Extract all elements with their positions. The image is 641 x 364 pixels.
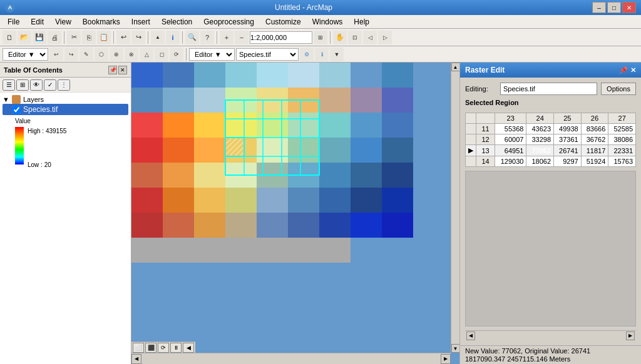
cell-14-26[interactable]: 51924 <box>581 156 608 167</box>
menu-file[interactable]: File <box>3 16 24 28</box>
table-scroll-right[interactable]: ▶ <box>626 331 635 340</box>
raster-pin-button[interactable]: 📌 <box>619 66 628 74</box>
menu-windows[interactable]: Windows <box>307 16 348 28</box>
edit-tool2[interactable]: ↪ <box>64 48 78 61</box>
toc-group-header[interactable]: ▼ Layers <box>3 95 128 104</box>
cell-11-25[interactable]: 49938 <box>554 124 582 134</box>
edit-tool1[interactable]: ↩ <box>49 48 63 61</box>
scroll-right-button[interactable]: ▶ <box>441 354 451 364</box>
close-button[interactable]: ✕ <box>622 2 636 13</box>
toc-title: Table Of Contents <box>4 66 63 74</box>
cell-12-27[interactable]: 38086 <box>608 134 636 145</box>
toc-tool-selection[interactable]: ✓ <box>44 79 56 91</box>
edit-tool6[interactable]: ⊗ <box>125 48 138 61</box>
table-scrollbar[interactable]: ◀ ▶ <box>465 330 636 340</box>
raster-settings-button[interactable]: ⚙ <box>300 48 314 61</box>
scroll-up-button[interactable]: ▲ <box>451 63 460 71</box>
zoom-next-button[interactable]: ▷ <box>378 31 392 44</box>
cell-11-26[interactable]: 83666 <box>581 124 608 134</box>
find-button[interactable]: 🔍 <box>185 31 199 44</box>
toc-tool-visibility[interactable]: 👁 <box>30 79 43 91</box>
map-scrollbar-horizontal[interactable]: ◀ ▶ <box>131 353 451 364</box>
cut-button[interactable]: ✂ <box>67 31 81 44</box>
edit-tool5[interactable]: ⊕ <box>110 48 123 61</box>
edit-tool8[interactable]: ◻ <box>155 48 168 61</box>
map-scrollbar-vertical[interactable]: ▲ ▼ <box>451 63 459 353</box>
cell-11-24[interactable]: 43623 <box>526 124 554 134</box>
cell-11-23[interactable]: 55368 <box>495 124 526 134</box>
cell-14-25[interactable]: 9297 <box>554 156 582 167</box>
toc-tool-options[interactable]: ⋮ <box>58 79 70 91</box>
scroll-left-button[interactable]: ◀ <box>131 354 141 364</box>
paste-button[interactable]: 📋 <box>97 31 111 44</box>
save-button[interactable]: 💾 <box>33 31 46 44</box>
edit-tool7[interactable]: △ <box>140 48 153 61</box>
cell-12-26[interactable]: 36762 <box>581 134 608 145</box>
menu-bookmarks[interactable]: Bookmarks <box>78 16 125 28</box>
toc-close-button[interactable]: ✕ <box>118 66 127 74</box>
menu-view[interactable]: View <box>50 16 76 28</box>
toc-pin-button[interactable]: 📌 <box>108 66 117 74</box>
zoom-prev-button[interactable]: ◁ <box>363 31 377 44</box>
open-button[interactable]: 📂 <box>18 31 31 44</box>
cell-14-24[interactable]: 18062 <box>526 156 554 167</box>
toc-layer-species[interactable]: Species.tif <box>3 104 128 115</box>
cell-13-25[interactable]: 26741 <box>554 145 582 156</box>
cell-12-23[interactable]: 60007 <box>495 134 526 145</box>
edit-tool4[interactable]: ⬡ <box>95 48 108 61</box>
minimize-button[interactable]: – <box>592 2 606 13</box>
cell-13-26[interactable]: 11817 <box>581 145 608 156</box>
menu-insert[interactable]: Insert <box>126 16 155 28</box>
cell-14-23[interactable]: 129030 <box>495 156 526 167</box>
redo-button[interactable]: ↪ <box>131 31 145 44</box>
raster-extra-button[interactable]: ▼ <box>330 48 344 61</box>
identify-button[interactable]: ? <box>200 31 214 44</box>
menu-customize[interactable]: Customize <box>260 16 306 28</box>
edit-tool3[interactable]: ✎ <box>79 48 93 61</box>
pan-button[interactable]: ✋ <box>333 31 347 44</box>
map-nav-prev[interactable]: ◀ <box>183 343 194 353</box>
zoom-out-button[interactable]: − <box>235 31 249 44</box>
options-button[interactable]: Options <box>601 83 636 95</box>
select-button[interactable]: ▲ <box>151 31 165 44</box>
restore-button[interactable]: □ <box>607 2 621 13</box>
cell-11-27[interactable]: 52585 <box>608 124 636 134</box>
new-button[interactable]: 🗋 <box>3 31 16 44</box>
map-nav-data[interactable]: ⬛ <box>145 343 156 353</box>
copy-button[interactable]: ⎘ <box>82 31 96 44</box>
raster-info-button[interactable]: ℹ <box>315 48 329 61</box>
menu-help[interactable]: Help <box>349 16 374 28</box>
table-scroll-left[interactable]: ◀ <box>466 331 475 340</box>
cell-13-23[interactable]: 64951 <box>495 145 526 156</box>
layer-checkbox[interactable] <box>13 106 21 114</box>
editing-input[interactable]: Species.tif <box>500 83 597 95</box>
zoom-input[interactable]: 1:2,000,000 <box>250 31 312 44</box>
zoom-full-button[interactable]: ⊡ <box>348 31 362 44</box>
zoom-fixed-button[interactable]: ⊞ <box>314 31 327 44</box>
zoom-in-button[interactable]: + <box>220 31 233 44</box>
menu-geoprocessing[interactable]: Geoprocessing <box>198 16 259 28</box>
print-button[interactable]: 🖨 <box>48 31 61 44</box>
cell-14-27[interactable]: 15763 <box>608 156 636 167</box>
cell-12-25[interactable]: 37361 <box>554 134 582 145</box>
info-button[interactable]: i <box>166 31 180 44</box>
cell-13-24-highlighted[interactable]: 77062 <box>526 145 554 156</box>
edit-tool9[interactable]: ⟳ <box>170 48 183 61</box>
scroll-down-button[interactable]: ▼ <box>451 344 460 353</box>
editor-dropdown[interactable]: Editor ▼ <box>3 48 48 61</box>
editor2-dropdown[interactable]: Editor ▼ <box>189 48 235 61</box>
species-select[interactable]: Species.tif <box>236 48 299 61</box>
toc-tool-source[interactable]: ⊞ <box>16 79 29 91</box>
menu-selection[interactable]: Selection <box>156 16 197 28</box>
map-area[interactable]: ▲ ▼ ◀ ▶ ⬜ ⬛ ⟳ ⏸ ◀ <box>131 63 459 364</box>
toc-tool-list[interactable]: ☰ <box>3 79 15 91</box>
map-nav-page[interactable]: ⬜ <box>133 343 144 353</box>
svg-rect-57 <box>225 213 257 238</box>
cell-13-27[interactable]: 22331 <box>608 145 636 156</box>
map-nav-pause[interactable]: ⏸ <box>170 343 182 353</box>
menu-edit[interactable]: Edit <box>26 16 49 28</box>
map-nav-refresh[interactable]: ⟳ <box>158 343 169 353</box>
cell-12-24[interactable]: 33298 <box>526 134 554 145</box>
undo-button[interactable]: ↩ <box>116 31 130 44</box>
raster-close-button[interactable]: ✕ <box>630 66 636 74</box>
